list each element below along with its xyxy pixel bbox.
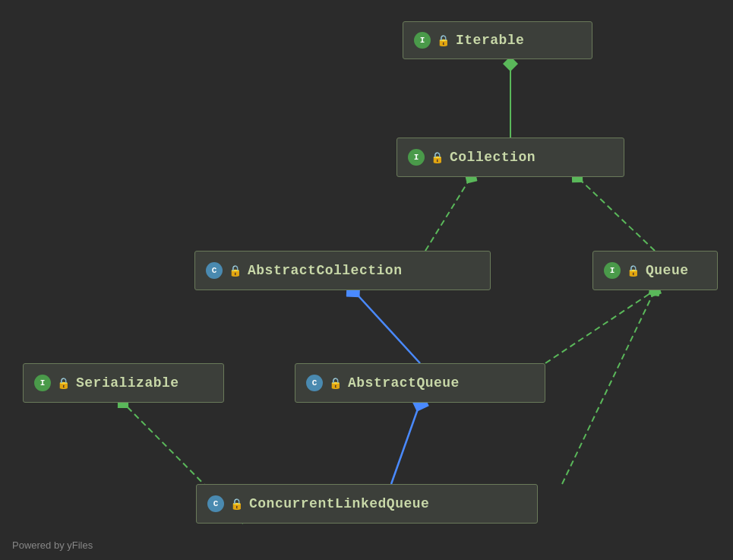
lock-abstractqueue: 🔒 (329, 377, 342, 390)
label-queue: Queue (646, 263, 689, 278)
svg-line-10 (562, 290, 655, 484)
svg-line-8 (545, 290, 655, 363)
label-abstractqueue: AbstractQueue (348, 375, 460, 391)
icon-queue: I (604, 262, 621, 279)
node-concurrentlinkedqueue: C 🔒 ConcurrentLinkedQueue (196, 484, 538, 524)
svg-line-7 (391, 403, 420, 484)
node-abstractcollection: C 🔒 AbstractCollection (194, 251, 491, 290)
svg-line-6 (353, 290, 420, 363)
svg-line-4 (425, 177, 471, 251)
icon-abstractqueue: C (306, 375, 323, 391)
node-serializable: I 🔒 Serializable (23, 363, 224, 403)
label-iterable: Iterable (456, 33, 524, 48)
lock-abstractcollection: 🔒 (229, 264, 242, 277)
label-collection: Collection (450, 150, 536, 165)
icon-serializable: I (34, 375, 51, 391)
lock-collection: 🔒 (431, 151, 444, 164)
lock-queue: 🔒 (627, 264, 640, 277)
lock-serializable: 🔒 (57, 377, 70, 390)
icon-concurrentlinkedqueue: C (207, 495, 224, 512)
label-abstractcollection: AbstractCollection (248, 263, 402, 278)
diagram-container: I 🔒 Iterable I 🔒 Collection C 🔒 Abstract… (0, 0, 733, 560)
svg-line-5 (577, 177, 655, 251)
icon-collection: I (408, 149, 425, 166)
label-concurrentlinkedqueue: ConcurrentLinkedQueue (249, 496, 429, 511)
icon-abstractcollection: C (206, 262, 223, 279)
node-abstractqueue: C 🔒 AbstractQueue (295, 363, 545, 403)
node-collection: I 🔒 Collection (397, 138, 624, 177)
icon-iterable: I (414, 32, 431, 49)
lock-concurrentlinkedqueue: 🔒 (230, 498, 243, 511)
node-iterable: I 🔒 Iterable (403, 21, 592, 59)
lock-iterable: 🔒 (437, 34, 450, 47)
watermark: Powered by yFiles (12, 539, 93, 551)
label-serializable: Serializable (76, 375, 179, 391)
node-queue: I 🔒 Queue (592, 251, 718, 290)
